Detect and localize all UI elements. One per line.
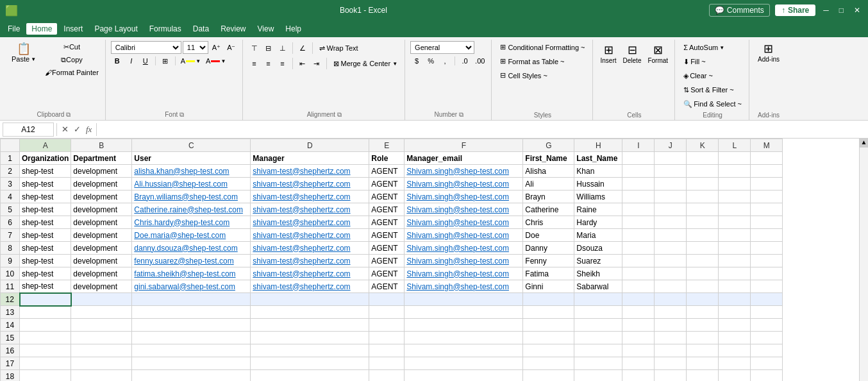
cell-row13-col9[interactable] xyxy=(655,306,687,319)
cell-row6-col3[interactable]: shivam-test@shephertz.com xyxy=(251,216,369,229)
col-header-g[interactable]: G xyxy=(523,139,574,152)
align-right-button[interactable]: ≡ xyxy=(276,58,289,69)
cell-row15-col3[interactable] xyxy=(251,332,369,344)
cell-m1[interactable] xyxy=(751,152,783,165)
cell-row3-col10[interactable] xyxy=(687,178,719,190)
cell-row17-col6[interactable] xyxy=(523,357,574,370)
cell-row12-col11[interactable] xyxy=(719,293,751,306)
cell-row15-col10[interactable] xyxy=(687,332,719,344)
bold-button[interactable]: B xyxy=(111,55,124,67)
cell-row7-col4[interactable]: AGENT xyxy=(369,229,405,242)
cell-row15-col0[interactable] xyxy=(20,332,71,344)
cell-row14-col5[interactable] xyxy=(405,319,523,332)
cell-row16-col12[interactable] xyxy=(751,344,783,357)
cell-row2-col11[interactable] xyxy=(719,165,751,178)
cell-row13-col0[interactable] xyxy=(20,306,71,319)
cell-row16-col4[interactable] xyxy=(369,344,405,357)
cell-row4-col3[interactable]: shivam-test@shephertz.com xyxy=(251,190,369,203)
col-header-a[interactable]: A xyxy=(20,139,71,152)
cell-row12-col3[interactable] xyxy=(251,293,369,306)
cell-row2-col8[interactable] xyxy=(622,165,655,178)
cell-row10-col10[interactable] xyxy=(687,267,719,280)
cell-row9-col0[interactable]: shep-test xyxy=(20,255,71,267)
cell-row2-col5[interactable]: Shivam.singh@shep-test.com xyxy=(405,165,523,178)
cell-row8-col3[interactable]: shivam-test@shephertz.com xyxy=(251,242,369,255)
cell-row10-col4[interactable]: AGENT xyxy=(369,267,405,280)
format-painter-button[interactable]: 🖌 Format Painter xyxy=(42,67,101,78)
cell-row8-col1[interactable]: development xyxy=(71,242,132,255)
cell-row12-col8[interactable] xyxy=(622,293,655,306)
cell-row18-col12[interactable] xyxy=(751,370,783,382)
cell-row15-col11[interactable] xyxy=(719,332,751,344)
cell-row17-col10[interactable] xyxy=(687,357,719,370)
cell-row9-col5[interactable]: Shivam.singh@shep-test.com xyxy=(405,255,523,267)
cell-row17-col5[interactable] xyxy=(405,357,523,370)
cell-row2-col12[interactable] xyxy=(751,165,783,178)
cell-row15-col5[interactable] xyxy=(405,332,523,344)
merge-center-button[interactable]: ⊠ Merge & Center ▼ xyxy=(330,56,401,71)
number-expand-icon[interactable]: ⧉ xyxy=(459,111,463,118)
find-select-button[interactable]: 🔍 Find & Select ~ xyxy=(680,97,745,110)
number-format-select[interactable]: General xyxy=(410,41,474,54)
cell-row5-col8[interactable] xyxy=(622,203,655,216)
cell-row13-col7[interactable] xyxy=(574,306,622,319)
cell-row14-col1[interactable] xyxy=(71,319,132,332)
cell-i1[interactable] xyxy=(622,152,655,165)
cell-row11-col7[interactable]: Sabarwal xyxy=(574,280,622,293)
cell-row11-col9[interactable] xyxy=(655,280,687,293)
cell-row6-col4[interactable]: AGENT xyxy=(369,216,405,229)
vertical-scrollbar[interactable]: ▲ ▼ xyxy=(859,139,868,381)
cell-row3-col8[interactable] xyxy=(622,178,655,190)
cell-row2-col4[interactable]: AGENT xyxy=(369,165,405,178)
cell-row15-col1[interactable] xyxy=(71,332,132,344)
cell-row7-col9[interactable] xyxy=(655,229,687,242)
cell-row11-col4[interactable]: AGENT xyxy=(369,280,405,293)
autosum-button[interactable]: Σ AutoSum ▼ xyxy=(680,41,728,54)
col-header-f[interactable]: F xyxy=(405,139,523,152)
row-num-9[interactable]: 9 xyxy=(1,255,20,267)
menu-formulas[interactable]: Formulas xyxy=(144,23,187,35)
cell-row14-col0[interactable] xyxy=(20,319,71,332)
border-button[interactable]: ⊞ xyxy=(159,55,172,67)
cell-row13-col8[interactable] xyxy=(622,306,655,319)
cell-row7-col7[interactable]: Maria xyxy=(574,229,622,242)
cell-row17-col0[interactable] xyxy=(20,357,71,370)
cell-row8-col12[interactable] xyxy=(751,242,783,255)
comma-button[interactable]: , xyxy=(438,55,451,67)
menu-file[interactable]: File xyxy=(3,23,25,35)
col-header-b[interactable]: B xyxy=(71,139,132,152)
cell-row3-col0[interactable]: shep-test xyxy=(20,178,71,190)
cell-row5-col6[interactable]: Catherine xyxy=(523,203,574,216)
fill-button[interactable]: ⬇ Fill ~ xyxy=(680,55,709,68)
currency-button[interactable]: $ xyxy=(410,55,423,67)
addins-button[interactable]: ⊞ Add-ins xyxy=(755,41,783,65)
increase-decimal-button[interactable]: .00 xyxy=(472,55,487,67)
cell-row7-col5[interactable]: Shivam.singh@shep-test.com xyxy=(405,229,523,242)
cell-row9-col7[interactable]: Suarez xyxy=(574,255,622,267)
cell-row17-col9[interactable] xyxy=(655,357,687,370)
cell-a1[interactable]: Organization xyxy=(20,152,71,165)
row-num-8[interactable]: 8 xyxy=(1,242,20,255)
cell-row11-col11[interactable] xyxy=(719,280,751,293)
title-bar-right[interactable]: 💬 Comments ↑ Share ─ □ ✕ xyxy=(709,4,863,17)
cell-row6-col0[interactable]: shep-test xyxy=(20,216,71,229)
row-num-10[interactable]: 10 xyxy=(1,267,20,280)
insert-function-button[interactable]: fx xyxy=(84,124,94,135)
cell-row10-col1[interactable]: development xyxy=(71,267,132,280)
cell-row16-col8[interactable] xyxy=(622,344,655,357)
cell-row3-col5[interactable]: Shivam.singh@shep-test.com xyxy=(405,178,523,190)
cell-row12-col2[interactable] xyxy=(132,293,251,306)
cell-row14-col11[interactable] xyxy=(719,319,751,332)
col-header-k[interactable]: K xyxy=(687,139,719,152)
format-as-table-button[interactable]: ⊞ Format as Table ~ xyxy=(497,55,567,67)
sort-filter-button[interactable]: ⇅ Sort & Filter ~ xyxy=(680,83,737,96)
cell-row9-col12[interactable] xyxy=(751,255,783,267)
share-button[interactable]: ↑ Share xyxy=(775,4,815,16)
cell-row16-col10[interactable] xyxy=(687,344,719,357)
cell-row16-col6[interactable] xyxy=(523,344,574,357)
cell-row18-col1[interactable] xyxy=(71,370,132,382)
cell-row8-col2[interactable]: danny.dsouza@shep-test.com xyxy=(132,242,251,255)
fill-color-button[interactable]: A ▼ xyxy=(179,56,203,66)
percent-button[interactable]: % xyxy=(424,55,437,67)
font-name-select[interactable]: Calibri xyxy=(111,41,181,54)
